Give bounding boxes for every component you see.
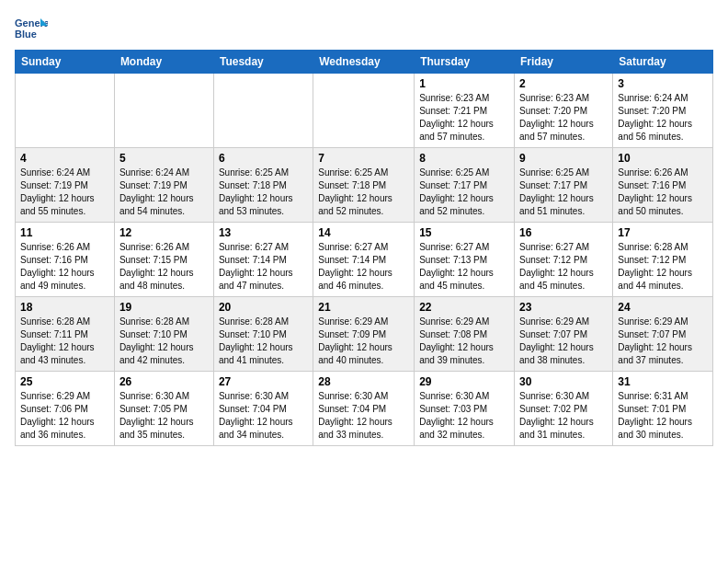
week-row-3: 11Sunrise: 6:26 AM Sunset: 7:16 PM Dayli…: [16, 223, 713, 297]
calendar-cell: 5Sunrise: 6:24 AM Sunset: 7:19 PM Daylig…: [114, 148, 213, 223]
day-info: Sunrise: 6:29 AM Sunset: 7:07 PM Dayligh…: [618, 316, 708, 367]
day-number: 25: [20, 375, 109, 388]
calendar-cell: 31Sunrise: 6:31 AM Sunset: 7:01 PM Dayli…: [613, 372, 713, 446]
day-number: 31: [618, 375, 708, 388]
calendar-cell: 20Sunrise: 6:28 AM Sunset: 7:10 PM Dayli…: [213, 297, 313, 372]
day-info: Sunrise: 6:24 AM Sunset: 7:20 PM Dayligh…: [618, 92, 708, 144]
day-info: Sunrise: 6:29 AM Sunset: 7:06 PM Dayligh…: [20, 390, 109, 442]
calendar-cell: 17Sunrise: 6:28 AM Sunset: 7:12 PM Dayli…: [613, 223, 713, 297]
calendar-cell: 29Sunrise: 6:30 AM Sunset: 7:03 PM Dayli…: [415, 372, 515, 446]
calendar-body: 1Sunrise: 6:23 AM Sunset: 7:21 PM Daylig…: [16, 74, 713, 446]
day-info: Sunrise: 6:25 AM Sunset: 7:17 PM Dayligh…: [419, 167, 509, 218]
day-info: Sunrise: 6:24 AM Sunset: 7:19 PM Dayligh…: [20, 167, 109, 218]
day-number: 19: [119, 301, 209, 314]
week-row-5: 25Sunrise: 6:29 AM Sunset: 7:06 PM Dayli…: [16, 372, 713, 446]
day-info: Sunrise: 6:29 AM Sunset: 7:08 PM Dayligh…: [419, 316, 509, 367]
calendar-cell: 6Sunrise: 6:25 AM Sunset: 7:18 PM Daylig…: [213, 148, 313, 223]
header-row: SundayMondayTuesdayWednesdayThursdayFrid…: [16, 51, 713, 74]
day-number: 2: [519, 77, 608, 90]
calendar-cell: 19Sunrise: 6:28 AM Sunset: 7:10 PM Dayli…: [114, 297, 213, 372]
day-number: 17: [618, 226, 708, 239]
day-info: Sunrise: 6:27 AM Sunset: 7:13 PM Dayligh…: [419, 241, 509, 293]
day-info: Sunrise: 6:30 AM Sunset: 7:05 PM Dayligh…: [119, 390, 209, 442]
col-header-friday: Friday: [515, 51, 613, 74]
day-info: Sunrise: 6:26 AM Sunset: 7:16 PM Dayligh…: [20, 241, 109, 293]
day-number: 11: [20, 226, 109, 239]
day-info: Sunrise: 6:24 AM Sunset: 7:19 PM Dayligh…: [119, 167, 209, 218]
day-number: 23: [519, 301, 608, 314]
day-info: Sunrise: 6:23 AM Sunset: 7:21 PM Dayligh…: [419, 92, 509, 144]
day-number: 14: [318, 226, 409, 239]
calendar-cell: 11Sunrise: 6:26 AM Sunset: 7:16 PM Dayli…: [16, 223, 115, 297]
day-number: 10: [618, 152, 708, 165]
day-number: 6: [219, 152, 308, 165]
calendar-cell: 8Sunrise: 6:25 AM Sunset: 7:17 PM Daylig…: [415, 148, 515, 223]
day-info: Sunrise: 6:28 AM Sunset: 7:10 PM Dayligh…: [119, 316, 209, 367]
day-info: Sunrise: 6:27 AM Sunset: 7:12 PM Dayligh…: [519, 241, 608, 293]
week-row-4: 18Sunrise: 6:28 AM Sunset: 7:11 PM Dayli…: [16, 297, 713, 372]
day-info: Sunrise: 6:30 AM Sunset: 7:02 PM Dayligh…: [519, 390, 608, 442]
calendar-cell: 16Sunrise: 6:27 AM Sunset: 7:12 PM Dayli…: [515, 223, 613, 297]
day-info: Sunrise: 6:25 AM Sunset: 7:17 PM Dayligh…: [519, 167, 608, 218]
calendar-cell: 22Sunrise: 6:29 AM Sunset: 7:08 PM Dayli…: [415, 297, 515, 372]
day-number: 4: [20, 152, 109, 165]
day-number: 15: [419, 226, 509, 239]
day-info: Sunrise: 6:28 AM Sunset: 7:10 PM Dayligh…: [219, 316, 308, 367]
calendar-cell: 10Sunrise: 6:26 AM Sunset: 7:16 PM Dayli…: [613, 148, 713, 223]
calendar-cell: 25Sunrise: 6:29 AM Sunset: 7:06 PM Dayli…: [16, 372, 115, 446]
day-info: Sunrise: 6:25 AM Sunset: 7:18 PM Dayligh…: [219, 167, 308, 218]
day-info: Sunrise: 6:30 AM Sunset: 7:04 PM Dayligh…: [219, 390, 308, 442]
day-info: Sunrise: 6:25 AM Sunset: 7:18 PM Dayligh…: [318, 167, 409, 218]
calendar-cell: 23Sunrise: 6:29 AM Sunset: 7:07 PM Dayli…: [515, 297, 613, 372]
day-number: 8: [419, 152, 509, 165]
day-info: Sunrise: 6:26 AM Sunset: 7:15 PM Dayligh…: [119, 241, 209, 293]
day-info: Sunrise: 6:27 AM Sunset: 7:14 PM Dayligh…: [318, 241, 409, 293]
col-header-sunday: Sunday: [16, 51, 115, 74]
calendar-cell: 18Sunrise: 6:28 AM Sunset: 7:11 PM Dayli…: [16, 297, 115, 372]
logo: General Blue: [15, 15, 48, 42]
calendar-table: SundayMondayTuesdayWednesdayThursdayFrid…: [15, 50, 713, 446]
day-info: Sunrise: 6:30 AM Sunset: 7:03 PM Dayligh…: [419, 390, 509, 442]
col-header-thursday: Thursday: [415, 51, 515, 74]
calendar-cell: 14Sunrise: 6:27 AM Sunset: 7:14 PM Dayli…: [313, 223, 415, 297]
calendar-cell: 26Sunrise: 6:30 AM Sunset: 7:05 PM Dayli…: [114, 372, 213, 446]
day-info: Sunrise: 6:28 AM Sunset: 7:11 PM Dayligh…: [20, 316, 109, 367]
day-info: Sunrise: 6:29 AM Sunset: 7:07 PM Dayligh…: [519, 316, 608, 367]
day-number: 9: [519, 152, 608, 165]
day-number: 24: [618, 301, 708, 314]
col-header-monday: Monday: [114, 51, 213, 74]
day-number: 20: [219, 301, 308, 314]
day-number: 13: [219, 226, 308, 239]
calendar-cell: 7Sunrise: 6:25 AM Sunset: 7:18 PM Daylig…: [313, 148, 415, 223]
day-number: 12: [119, 226, 209, 239]
day-number: 7: [318, 152, 409, 165]
day-info: Sunrise: 6:26 AM Sunset: 7:16 PM Dayligh…: [618, 167, 708, 218]
generalblue-logo-icon: General Blue: [15, 15, 48, 42]
day-number: 21: [318, 301, 409, 314]
day-number: 27: [219, 375, 308, 388]
calendar-cell: 21Sunrise: 6:29 AM Sunset: 7:09 PM Dayli…: [313, 297, 415, 372]
day-number: 3: [618, 77, 708, 90]
calendar-cell: [213, 74, 313, 148]
calendar-cell: 13Sunrise: 6:27 AM Sunset: 7:14 PM Dayli…: [213, 223, 313, 297]
day-info: Sunrise: 6:29 AM Sunset: 7:09 PM Dayligh…: [318, 316, 409, 367]
day-info: Sunrise: 6:28 AM Sunset: 7:12 PM Dayligh…: [618, 241, 708, 293]
col-header-saturday: Saturday: [613, 51, 713, 74]
day-info: Sunrise: 6:27 AM Sunset: 7:14 PM Dayligh…: [219, 241, 308, 293]
day-number: 26: [119, 375, 209, 388]
day-number: 22: [419, 301, 509, 314]
week-row-2: 4Sunrise: 6:24 AM Sunset: 7:19 PM Daylig…: [16, 148, 713, 223]
calendar-cell: 1Sunrise: 6:23 AM Sunset: 7:21 PM Daylig…: [415, 74, 515, 148]
page-header: General Blue: [15, 15, 713, 42]
calendar-cell: 27Sunrise: 6:30 AM Sunset: 7:04 PM Dayli…: [213, 372, 313, 446]
calendar-cell: 3Sunrise: 6:24 AM Sunset: 7:20 PM Daylig…: [613, 74, 713, 148]
day-number: 1: [419, 77, 509, 90]
day-info: Sunrise: 6:23 AM Sunset: 7:20 PM Dayligh…: [519, 92, 608, 144]
day-info: Sunrise: 6:31 AM Sunset: 7:01 PM Dayligh…: [618, 390, 708, 442]
day-info: Sunrise: 6:30 AM Sunset: 7:04 PM Dayligh…: [318, 390, 409, 442]
day-number: 16: [519, 226, 608, 239]
week-row-1: 1Sunrise: 6:23 AM Sunset: 7:21 PM Daylig…: [16, 74, 713, 148]
day-number: 28: [318, 375, 409, 388]
day-number: 30: [519, 375, 608, 388]
calendar-cell: 12Sunrise: 6:26 AM Sunset: 7:15 PM Dayli…: [114, 223, 213, 297]
